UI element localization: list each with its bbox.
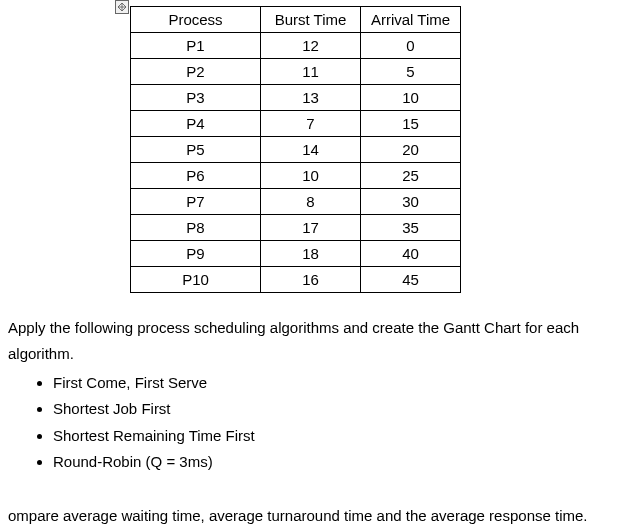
table-row: P7830 bbox=[131, 189, 461, 215]
table-row: P81735 bbox=[131, 215, 461, 241]
list-item: Shortest Job First bbox=[53, 396, 629, 422]
table-row: P31310 bbox=[131, 85, 461, 111]
table-row: P101645 bbox=[131, 267, 461, 293]
list-item: Round-Robin (Q = 3ms) bbox=[53, 449, 629, 475]
cell-process: P5 bbox=[131, 137, 261, 163]
table-row: P51420 bbox=[131, 137, 461, 163]
cell-process: P1 bbox=[131, 33, 261, 59]
algorithm-list: First Come, First ServeShortest Job Firs… bbox=[53, 370, 629, 475]
cell-arrival: 15 bbox=[361, 111, 461, 137]
cell-burst: 17 bbox=[261, 215, 361, 241]
cell-burst: 12 bbox=[261, 33, 361, 59]
cell-process: P7 bbox=[131, 189, 261, 215]
cell-process: P3 bbox=[131, 85, 261, 111]
table-anchor-handle[interactable] bbox=[115, 0, 129, 14]
cell-burst: 11 bbox=[261, 59, 361, 85]
table-row: P1120 bbox=[131, 33, 461, 59]
cell-process: P2 bbox=[131, 59, 261, 85]
cell-arrival: 25 bbox=[361, 163, 461, 189]
footer-line: ompare average waiting time, average tur… bbox=[8, 503, 629, 529]
cell-process: P8 bbox=[131, 215, 261, 241]
list-item: First Come, First Serve bbox=[53, 370, 629, 396]
cell-arrival: 5 bbox=[361, 59, 461, 85]
intro-line-2: algorithm. bbox=[8, 341, 629, 367]
cell-burst: 13 bbox=[261, 85, 361, 111]
process-table: Process Burst Time Arrival Time P1120P21… bbox=[130, 6, 461, 293]
header-process: Process bbox=[131, 7, 261, 33]
cell-process: P9 bbox=[131, 241, 261, 267]
header-arrival: Arrival Time bbox=[361, 7, 461, 33]
cell-burst: 10 bbox=[261, 163, 361, 189]
cell-arrival: 0 bbox=[361, 33, 461, 59]
cell-arrival: 35 bbox=[361, 215, 461, 241]
cell-process: P10 bbox=[131, 267, 261, 293]
cell-arrival: 45 bbox=[361, 267, 461, 293]
cell-process: P6 bbox=[131, 163, 261, 189]
cell-burst: 16 bbox=[261, 267, 361, 293]
process-table-container: Process Burst Time Arrival Time P1120P21… bbox=[130, 6, 629, 293]
list-item: Shortest Remaining Time First bbox=[53, 423, 629, 449]
table-row: P91840 bbox=[131, 241, 461, 267]
cell-arrival: 40 bbox=[361, 241, 461, 267]
table-row: P4715 bbox=[131, 111, 461, 137]
header-burst: Burst Time bbox=[261, 7, 361, 33]
cell-arrival: 10 bbox=[361, 85, 461, 111]
instructions: Apply the following process scheduling a… bbox=[0, 315, 629, 529]
table-header-row: Process Burst Time Arrival Time bbox=[131, 7, 461, 33]
cell-arrival: 20 bbox=[361, 137, 461, 163]
cell-burst: 7 bbox=[261, 111, 361, 137]
cell-burst: 18 bbox=[261, 241, 361, 267]
cell-arrival: 30 bbox=[361, 189, 461, 215]
cell-process: P4 bbox=[131, 111, 261, 137]
table-row: P2115 bbox=[131, 59, 461, 85]
table-row: P61025 bbox=[131, 163, 461, 189]
intro-line-1: Apply the following process scheduling a… bbox=[8, 315, 629, 341]
cell-burst: 8 bbox=[261, 189, 361, 215]
cell-burst: 14 bbox=[261, 137, 361, 163]
